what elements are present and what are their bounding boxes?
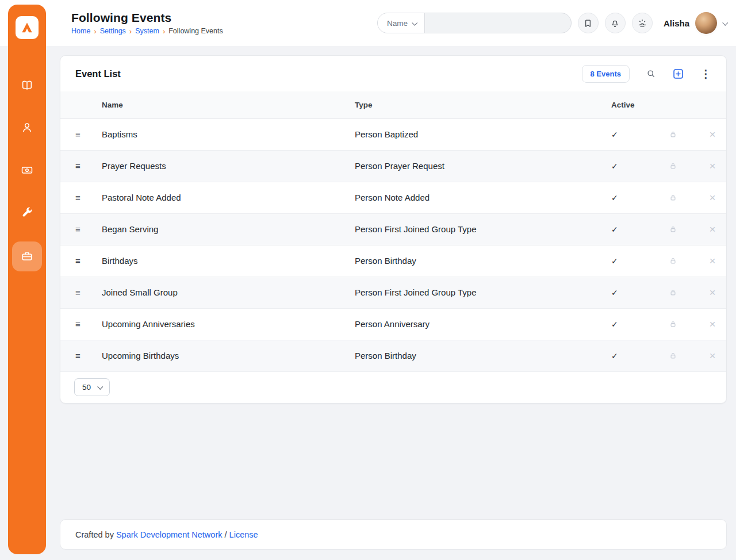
user-avatar bbox=[695, 12, 717, 34]
security-lock-icon[interactable] bbox=[669, 150, 699, 182]
chevron-down-icon bbox=[97, 384, 103, 390]
security-lock-icon[interactable] bbox=[669, 213, 699, 245]
plus-square-icon bbox=[672, 68, 684, 80]
drag-handle-icon[interactable]: ≡ bbox=[60, 150, 102, 182]
footer: Crafted by Spark Development Network / L… bbox=[60, 519, 727, 550]
rock-logo-icon bbox=[20, 20, 34, 35]
event-table: Name Type Active ≡ Baptisms Person Bapti… bbox=[60, 91, 726, 371]
event-row[interactable]: ≡ Pastoral Note Added Person Note Added … bbox=[60, 182, 726, 213]
delete-icon[interactable]: × bbox=[699, 150, 726, 182]
person-icon bbox=[21, 121, 33, 134]
footer-crafted-text: Crafted by bbox=[75, 530, 114, 539]
delete-icon[interactable]: × bbox=[699, 213, 726, 245]
breadcrumb-system[interactable]: System bbox=[135, 27, 159, 35]
delete-icon[interactable]: × bbox=[699, 277, 726, 308]
panel-title: Event List bbox=[75, 68, 121, 79]
event-row[interactable]: ≡ Baptisms Person Baptized ✓ × bbox=[60, 118, 726, 150]
security-column-header bbox=[669, 91, 699, 118]
bookmark-icon bbox=[583, 18, 593, 28]
kebab-menu-icon: ⋮ bbox=[700, 68, 711, 79]
global-search: Name bbox=[377, 13, 572, 33]
event-row[interactable]: ≡ Joined Small Group Person First Joined… bbox=[60, 277, 726, 308]
drag-handle-icon[interactable]: ≡ bbox=[60, 340, 102, 371]
event-name: Prayer Requests bbox=[102, 150, 355, 182]
event-name: Upcoming Anniversaries bbox=[102, 308, 355, 340]
active-check-icon: ✓ bbox=[605, 340, 669, 371]
event-type: Person Prayer Request bbox=[355, 150, 605, 182]
breadcrumb-settings[interactable]: Settings bbox=[100, 27, 126, 35]
active-column-header[interactable]: Active bbox=[605, 91, 669, 118]
breadcrumb-home[interactable]: Home bbox=[71, 27, 90, 35]
event-type: Person First Joined Group Type bbox=[355, 213, 605, 245]
page-size-value: 50 bbox=[82, 383, 91, 392]
drag-handle-icon[interactable]: ≡ bbox=[60, 277, 102, 308]
name-column-header[interactable]: Name bbox=[102, 91, 355, 118]
chevron-right-icon: › bbox=[163, 28, 165, 35]
event-row[interactable]: ≡ Began Serving Person First Joined Grou… bbox=[60, 213, 726, 245]
chevron-right-icon: › bbox=[129, 28, 132, 35]
add-event-button[interactable] bbox=[672, 68, 684, 80]
sidebar-item-finance[interactable] bbox=[13, 156, 41, 184]
delete-icon[interactable]: × bbox=[699, 245, 726, 277]
app-logo[interactable] bbox=[16, 16, 39, 39]
page-size-select[interactable]: 50 bbox=[74, 378, 110, 396]
event-type: Person Birthday bbox=[355, 340, 605, 371]
bookmark-button[interactable] bbox=[578, 13, 599, 33]
top-header: Following Events Home › Settings › Syste… bbox=[0, 0, 736, 46]
delete-icon[interactable]: × bbox=[699, 182, 726, 213]
security-lock-icon[interactable] bbox=[669, 340, 699, 371]
search-icon bbox=[646, 68, 656, 79]
grid-pager: 50 bbox=[60, 371, 726, 403]
drag-handle-icon[interactable]: ≡ bbox=[60, 213, 102, 245]
delete-icon[interactable]: × bbox=[699, 308, 726, 340]
sidebar-item-work[interactable] bbox=[12, 241, 42, 271]
sunrise-icon bbox=[637, 18, 647, 28]
spark-network-link[interactable]: Spark Development Network bbox=[116, 530, 223, 539]
security-lock-icon[interactable] bbox=[669, 118, 699, 150]
event-name: Pastoral Note Added bbox=[102, 182, 355, 213]
sidebar-item-admin-tools[interactable] bbox=[13, 199, 41, 227]
search-input[interactable] bbox=[425, 13, 571, 33]
security-lock-icon[interactable] bbox=[669, 308, 699, 340]
sidebar-item-people[interactable] bbox=[13, 114, 41, 141]
delete-icon[interactable]: × bbox=[699, 340, 726, 371]
briefcase-icon bbox=[21, 250, 33, 263]
active-check-icon: ✓ bbox=[605, 245, 669, 277]
chevron-down-icon bbox=[722, 20, 728, 25]
drag-column-header bbox=[60, 91, 102, 118]
event-type: Person Baptized bbox=[355, 118, 605, 150]
grid-search-button[interactable] bbox=[646, 68, 656, 79]
active-check-icon: ✓ bbox=[605, 118, 669, 150]
delete-icon[interactable]: × bbox=[699, 118, 726, 150]
grid-options-button[interactable]: ⋮ bbox=[700, 68, 711, 79]
event-type: Person Birthday bbox=[355, 245, 605, 277]
event-name: Joined Small Group bbox=[102, 277, 355, 308]
event-type: Person Anniversary bbox=[355, 308, 605, 340]
security-lock-icon[interactable] bbox=[669, 182, 699, 213]
active-check-icon: ✓ bbox=[605, 308, 669, 340]
wrench-icon bbox=[21, 206, 33, 219]
drag-handle-icon[interactable]: ≡ bbox=[60, 308, 102, 340]
event-name: Birthdays bbox=[102, 245, 355, 277]
theme-toggle-button[interactable] bbox=[632, 13, 653, 33]
drag-handle-icon[interactable]: ≡ bbox=[60, 182, 102, 213]
security-lock-icon[interactable] bbox=[669, 245, 699, 277]
event-row[interactable]: ≡ Upcoming Birthdays Person Birthday ✓ × bbox=[60, 340, 726, 371]
drag-handle-icon[interactable]: ≡ bbox=[60, 118, 102, 150]
user-menu[interactable]: Alisha bbox=[664, 12, 727, 34]
drag-handle-icon[interactable]: ≡ bbox=[60, 245, 102, 277]
type-column-header[interactable]: Type bbox=[355, 91, 605, 118]
event-row[interactable]: ≡ Birthdays Person Birthday ✓ × bbox=[60, 245, 726, 277]
search-scope-dropdown[interactable]: Name bbox=[378, 13, 425, 33]
sidebar bbox=[8, 5, 46, 554]
notifications-button[interactable] bbox=[605, 13, 626, 33]
event-row[interactable]: ≡ Upcoming Anniversaries Person Annivers… bbox=[60, 308, 726, 340]
event-list-panel: Event List 8 Events ⋮ bbox=[60, 55, 727, 404]
sidebar-item-library[interactable] bbox=[13, 71, 41, 99]
event-name: Began Serving bbox=[102, 213, 355, 245]
security-lock-icon[interactable] bbox=[669, 277, 699, 308]
event-row[interactable]: ≡ Prayer Requests Person Prayer Request … bbox=[60, 150, 726, 182]
event-name: Baptisms bbox=[102, 118, 355, 150]
event-type: Person Note Added bbox=[355, 182, 605, 213]
license-link[interactable]: License bbox=[229, 530, 258, 539]
